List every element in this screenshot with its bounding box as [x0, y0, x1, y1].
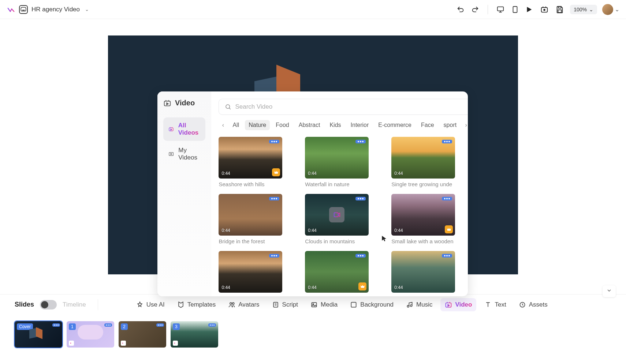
category-interior[interactable]: Interior [347, 120, 373, 130]
present-button[interactable] [539, 4, 549, 15]
tool-media-button[interactable]: Media [306, 298, 342, 311]
panel-title-text: Video [175, 99, 195, 107]
zoom-select[interactable]: 100%⌄ [570, 5, 597, 14]
category-food[interactable]: Food [272, 120, 292, 130]
video-thumbnail[interactable]: 0:44 [391, 251, 455, 293]
tool-use-ai-button[interactable]: Use AI [132, 298, 169, 311]
category-sport[interactable]: sport [440, 120, 461, 130]
duration-label: 0:44 [221, 285, 230, 290]
tool-assets-button[interactable]: Assets [514, 298, 552, 311]
search-input[interactable] [235, 103, 464, 110]
scroll-right-button[interactable]: › [462, 121, 468, 130]
more-icon[interactable] [104, 323, 112, 327]
more-icon[interactable] [208, 323, 216, 327]
video-icon [168, 125, 174, 133]
sidebar-all-videos[interactable]: All Videos [163, 117, 205, 141]
video-thumbnail[interactable]: 0:44 [305, 194, 369, 236]
save-button[interactable] [555, 4, 565, 15]
more-icon[interactable] [269, 254, 279, 258]
category-abstract[interactable]: Abstract [295, 120, 324, 130]
slide-number-badge: 3 [173, 323, 180, 330]
chevron-down-icon[interactable]: ⌄ [85, 7, 89, 12]
play-button[interactable] [524, 4, 534, 15]
video-caption: Waterfall in nature [305, 181, 369, 187]
sidebar-my-videos[interactable]: My Videos [163, 142, 205, 166]
sidebar-item-label: My Videos [178, 147, 200, 161]
more-icon[interactable] [355, 140, 366, 143]
app-logo[interactable] [7, 5, 15, 14]
category-all[interactable]: All [229, 120, 243, 130]
duration-label: 0:44 [394, 285, 403, 290]
sidebar-item-label: All Videos [178, 122, 201, 136]
video-card: 0:44Clouds in mountains [305, 194, 384, 244]
caption-icon[interactable] [19, 5, 28, 14]
tool-avatars-button[interactable]: Avatars [224, 298, 264, 311]
svg-point-5 [544, 9, 545, 11]
category-kids[interactable]: Kids [326, 120, 344, 130]
undo-button[interactable] [455, 4, 466, 15]
more-icon[interactable] [355, 254, 366, 258]
slide-thumb[interactable]: Cover [15, 321, 62, 348]
video-thumbnail[interactable]: 0:44 [305, 137, 369, 179]
tool-background-button[interactable]: Background [346, 298, 398, 311]
collapse-button[interactable] [603, 285, 616, 297]
search-box[interactable] [219, 99, 468, 115]
video-thumbnail[interactable]: 0:44 [219, 251, 282, 293]
tool-script-button[interactable]: Script [268, 298, 302, 311]
video-card: 0:44Small lake with a wooden [391, 194, 468, 244]
video-grid: 0:44Seashore with hills0:44Waterfall in … [219, 137, 468, 295]
video-thumbnail[interactable]: 0:44 [391, 194, 455, 236]
more-icon[interactable] [442, 254, 452, 258]
project-title[interactable]: HR agency Video [31, 6, 80, 13]
slide-thumb[interactable]: 1 [67, 321, 114, 348]
svg-rect-1 [22, 10, 25, 10]
category-e-commerce[interactable]: E-commerce [375, 120, 415, 130]
more-icon[interactable] [269, 140, 279, 143]
scroll-left-button[interactable]: ‹ [219, 121, 227, 130]
panel-main: ‹ AllNatureFoodAbstractKidsInteriorE-com… [211, 91, 468, 296]
category-nature[interactable]: Nature [245, 120, 270, 130]
svg-point-11 [226, 105, 230, 109]
video-caption: Bridge in the forest [219, 238, 282, 244]
video-card: 0:44 [219, 251, 298, 295]
video-thumbnail[interactable]: 0:44 [391, 137, 455, 179]
more-icon[interactable] [442, 140, 452, 143]
category-row: ‹ AllNatureFoodAbstractKidsInteriorE-com… [219, 120, 468, 130]
video-thumbnail[interactable]: 0:44 [219, 137, 282, 179]
more-icon[interactable] [269, 197, 279, 200]
video-caption: Single tree growing unde [391, 181, 455, 187]
view-toggle[interactable] [40, 300, 57, 309]
more-icon[interactable] [156, 323, 164, 327]
avatar [602, 4, 613, 15]
duration-label: 0:44 [308, 285, 316, 290]
audio-icon [69, 341, 74, 346]
panel-sidebar: Video All Videos My Videos [157, 91, 211, 296]
category-face[interactable]: Face [417, 120, 438, 130]
audio-icon [121, 341, 126, 346]
tool-music-button[interactable]: Music [402, 298, 437, 311]
tool-templates-button[interactable]: Templates [173, 298, 220, 311]
video-caption: Small lake with a wooden [391, 238, 455, 244]
svg-rect-18 [351, 302, 356, 307]
slide-thumb[interactable]: 3 [171, 321, 218, 348]
user-menu[interactable]: ⌄ [602, 4, 619, 15]
redo-button[interactable] [470, 4, 480, 15]
chevron-down-icon: ⌄ [615, 6, 619, 13]
my-videos-icon [168, 150, 174, 158]
tool-text-button[interactable]: Text [480, 298, 510, 311]
tool-video-button[interactable]: Video [440, 298, 476, 311]
video-thumbnail[interactable]: 0:44 [305, 251, 369, 293]
slides-strip: Cover123 [0, 315, 626, 354]
more-icon[interactable] [52, 323, 60, 327]
desktop-view-button[interactable] [495, 4, 506, 15]
video-thumbnail[interactable]: 0:44 [219, 194, 282, 236]
panel-title: Video [163, 99, 205, 107]
svg-rect-12 [334, 213, 338, 217]
slide-thumb[interactable]: 2 [119, 321, 166, 348]
more-icon[interactable] [442, 197, 452, 200]
video-card: 0:44 [391, 251, 468, 295]
cursor-icon [381, 235, 388, 242]
mobile-view-button[interactable] [510, 4, 520, 15]
svg-rect-6 [559, 6, 561, 8]
video-card: 0:44Waterfall in nature [305, 137, 384, 187]
